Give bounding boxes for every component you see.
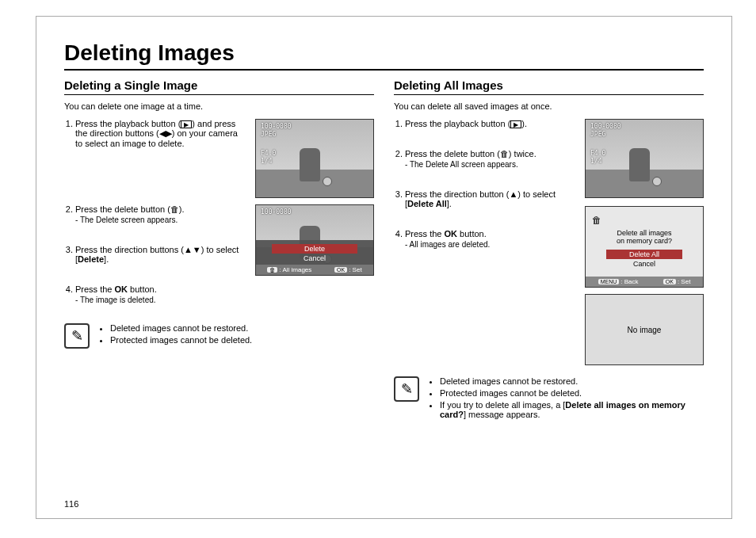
note-icon: ✎ (394, 376, 419, 402)
page-number: 116 (64, 499, 78, 509)
lcd-preview-1: 100-0080 JPEG F4.0 1/4 (255, 119, 374, 198)
subtitle-single: Deleting a Single Image (64, 78, 374, 95)
intro-all: You can delete all saved images at once. (394, 101, 704, 111)
playback-icon: ▶ (181, 120, 192, 128)
section-single: Deleting a Single Image You can delete o… (64, 78, 374, 422)
page-title: Deleting Images (64, 40, 704, 71)
step-2: Press the delete button (🗑) twice. - The… (405, 149, 577, 169)
note-single: ✎ Deleted images cannot be restored. Pro… (64, 323, 374, 349)
step-1: Press the playback button (▶) and press … (75, 119, 247, 148)
trash-icon: 🗑 (500, 149, 509, 158)
subtitle-all: Deleting All Images (394, 78, 704, 95)
dialog-opt-cancel: Cancel (606, 259, 682, 269)
note-item: If you try to delete all images, a [Dele… (440, 400, 704, 419)
menu-opt-cancel: Cancel (272, 254, 357, 263)
section-all: Deleting All Images You can delete all s… (394, 78, 704, 422)
step-3: Press the direction buttons (▲▼) to sele… (75, 245, 247, 264)
lcd-no-image: No image (585, 294, 704, 365)
note-all: ✎ Deleted images cannot be restored. Pro… (394, 376, 704, 422)
ok-icon: OK (663, 279, 676, 284)
step-1: Press the playback button (▶). (405, 119, 577, 128)
playback-icon: ▶ (510, 120, 521, 128)
note-icon: ✎ (64, 323, 90, 349)
dialog-opt-delete-all: Delete All (606, 250, 682, 259)
step-2: Press the delete button (🗑). - The Delet… (75, 204, 247, 224)
trash-icon: 🗑 (170, 204, 179, 214)
step-4: Press the OK button. - The image is dele… (75, 284, 247, 304)
lcd-delete-all-dialog: 🗑 Delete all images on memory card? Dele… (585, 206, 704, 288)
ok-icon: OK (334, 267, 347, 273)
step-3: Press the direction button (▲) to select… (405, 189, 577, 208)
intro-single: You can delete one image at a time. (64, 101, 374, 111)
lcd-delete-menu: 100-0080 Delete Cancel 🗑: All images OK:… (255, 204, 374, 276)
note-item: Deleted images cannot be restored. (440, 376, 704, 386)
menu-opt-delete: Delete (272, 244, 357, 254)
note-item: Deleted images cannot be restored. (110, 323, 252, 333)
note-item: Protected images cannot be deleted. (440, 388, 704, 398)
menu-icon: MENU (598, 279, 620, 284)
lcd-preview-2: 100-0080 JPEG F4.0 1/4 (585, 119, 704, 198)
trash-icon: 🗑 (592, 215, 697, 226)
step-4: Press the OK button. - All images are de… (405, 229, 577, 249)
trash-icon: 🗑 (267, 267, 277, 273)
note-item: Protected images cannot be deleted. (110, 335, 252, 345)
